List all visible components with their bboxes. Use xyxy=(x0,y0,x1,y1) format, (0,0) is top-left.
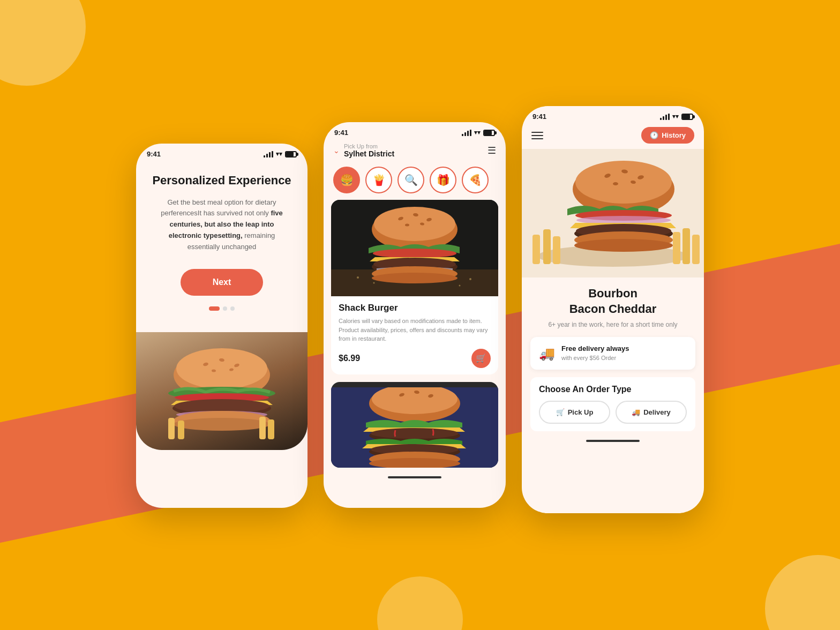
status-bar-1: 9:41 ▾▾ xyxy=(136,144,308,162)
menu-line-2 xyxy=(531,135,543,136)
order-type-section: Choose An Order Type 🛒 Pick Up 🚚 Deliver… xyxy=(530,377,695,431)
shack-burger-img xyxy=(331,200,498,296)
signal-icon-3 xyxy=(660,114,670,120)
battery-icon-1 xyxy=(285,151,297,158)
food-card-2 xyxy=(331,382,498,468)
svg-rect-66 xyxy=(673,232,680,264)
delivery-button[interactable]: 🚚 Delivery xyxy=(616,401,687,424)
cart-icon: 🛒 xyxy=(556,408,565,416)
dot-1 xyxy=(209,306,220,311)
category-gift[interactable]: 🎁 xyxy=(430,167,456,193)
svg-rect-14 xyxy=(168,418,175,439)
battery-icon-2 xyxy=(483,130,495,136)
menu-icon[interactable] xyxy=(531,132,543,139)
category-search[interactable]: 🔍 xyxy=(398,167,424,193)
chevron-down-icon[interactable]: ⌄ xyxy=(333,146,340,155)
svg-point-54 xyxy=(575,161,672,204)
double-burger-img xyxy=(331,387,498,468)
pickup-text: Pick Up from Sylhet District xyxy=(344,143,394,158)
pickup-label: Pick Up xyxy=(568,408,594,416)
svg-rect-51 xyxy=(543,229,551,264)
time-3: 9:41 xyxy=(532,112,546,121)
wifi-icon-3: ▾▾ xyxy=(672,113,679,120)
battery-icon-3 xyxy=(681,114,693,120)
delivery-banner: 🚚 Free delivery always with every $56 Or… xyxy=(530,337,695,370)
svg-rect-17 xyxy=(268,419,274,439)
status-icons-3: ▾▾ xyxy=(660,113,693,120)
burger-svg-1 xyxy=(152,338,291,445)
description-bold: five centuries, but also the leap into e… xyxy=(169,209,283,239)
svg-rect-15 xyxy=(178,421,184,439)
delivery-subtitle: with every $56 Order xyxy=(561,355,616,361)
signal-icon-1 xyxy=(264,151,273,158)
wifi-icon-2: ▾▾ xyxy=(474,129,481,136)
phone-menu: 9:41 ▾▾ ⌄ Pick Up from Sylhet District ☰ xyxy=(324,122,506,508)
status-icons-2: ▾▾ xyxy=(462,129,495,136)
next-button[interactable]: Next xyxy=(181,269,264,296)
phones-container: 9:41 ▾▾ Personalized Experience Get the … xyxy=(0,0,840,630)
delivery-truck-icon: 🚚 xyxy=(539,346,555,361)
status-icons-1: ▾▾ xyxy=(264,151,297,158)
hamburger-menu-icon[interactable]: ☰ xyxy=(488,145,496,156)
category-pizza[interactable]: 🍕 xyxy=(462,167,489,193)
pagination-dots xyxy=(152,306,291,311)
svg-rect-52 xyxy=(553,236,560,264)
svg-point-20 xyxy=(357,276,359,279)
category-bar: 🍔 🍟 🔍 🎁 🍕 xyxy=(324,163,506,200)
dot-3 xyxy=(230,306,235,311)
food-name-1: Shack Burger xyxy=(339,303,491,313)
status-bar-2: 9:41 ▾▾ xyxy=(324,122,506,141)
food-card-1: Shack Burger Calories will vary based on… xyxy=(331,200,498,374)
svg-point-31 xyxy=(373,249,456,258)
svg-rect-50 xyxy=(532,235,540,264)
svg-rect-67 xyxy=(682,228,690,264)
pickup-bar: ⌄ Pick Up from Sylhet District ☰ xyxy=(324,141,506,163)
svg-rect-68 xyxy=(692,235,700,264)
product-hero-image xyxy=(522,149,704,278)
delivery-title: Free delivery always xyxy=(561,344,629,352)
menu-line-1 xyxy=(531,132,543,133)
product-title-text: BourbonBacon Cheddar xyxy=(569,287,657,316)
onboarding-description: Get the best meal option for dietary per… xyxy=(152,197,291,253)
onboarding-burger-image xyxy=(136,332,308,450)
pickup-location: Sylhet District xyxy=(344,149,394,158)
phone-detail: 9:41 ▾▾ 🕐 History xyxy=(522,106,704,513)
menu-line-3 xyxy=(531,138,543,139)
food-image-1 xyxy=(331,200,498,296)
food-footer-1: $6.99 🛒 xyxy=(339,349,491,368)
svg-point-58 xyxy=(613,182,618,185)
bourbon-burger-img xyxy=(522,149,704,278)
svg-point-25 xyxy=(374,207,455,241)
dot-2 xyxy=(223,306,227,311)
svg-rect-16 xyxy=(259,417,266,439)
pickup-left: ⌄ Pick Up from Sylhet District xyxy=(333,143,394,158)
phone-onboarding: 9:41 ▾▾ Personalized Experience Get the … xyxy=(136,144,308,508)
time-1: 9:41 xyxy=(147,150,161,158)
wifi-icon-1: ▾▾ xyxy=(276,151,282,158)
svg-point-23 xyxy=(459,285,461,287)
product-title: BourbonBacon Cheddar xyxy=(522,278,704,320)
home-indicator-3 xyxy=(586,440,640,442)
pickup-button[interactable]: 🛒 Pick Up xyxy=(539,401,610,424)
history-clock-icon: 🕐 xyxy=(650,131,658,139)
phone3-header: 🕐 History xyxy=(522,125,704,149)
svg-point-35 xyxy=(372,273,458,283)
food-price-1: $6.99 xyxy=(339,354,360,363)
order-type-title: Choose An Order Type xyxy=(539,385,687,394)
food-image-2 xyxy=(331,382,498,468)
svg-point-22 xyxy=(469,278,471,280)
product-subtitle: 6+ year in the work, here for a short ti… xyxy=(522,320,704,337)
add-to-cart-button-1[interactable]: 🛒 xyxy=(471,349,491,368)
category-burger[interactable]: 🍔 xyxy=(333,167,360,193)
delivery-text: Free delivery always with every $56 Orde… xyxy=(561,344,629,362)
history-button[interactable]: 🕐 History xyxy=(641,127,694,144)
home-indicator-2 xyxy=(388,476,441,478)
signal-icon-2 xyxy=(462,130,471,136)
svg-point-43 xyxy=(371,428,459,439)
svg-point-65 xyxy=(574,239,673,252)
svg-point-29 xyxy=(405,224,409,227)
svg-point-1 xyxy=(176,348,267,389)
category-fries[interactable]: 🍟 xyxy=(365,167,392,193)
status-bar-3: 9:41 ▾▾ xyxy=(522,106,704,125)
food-desc-1: Calories will vary based on modification… xyxy=(339,317,491,343)
